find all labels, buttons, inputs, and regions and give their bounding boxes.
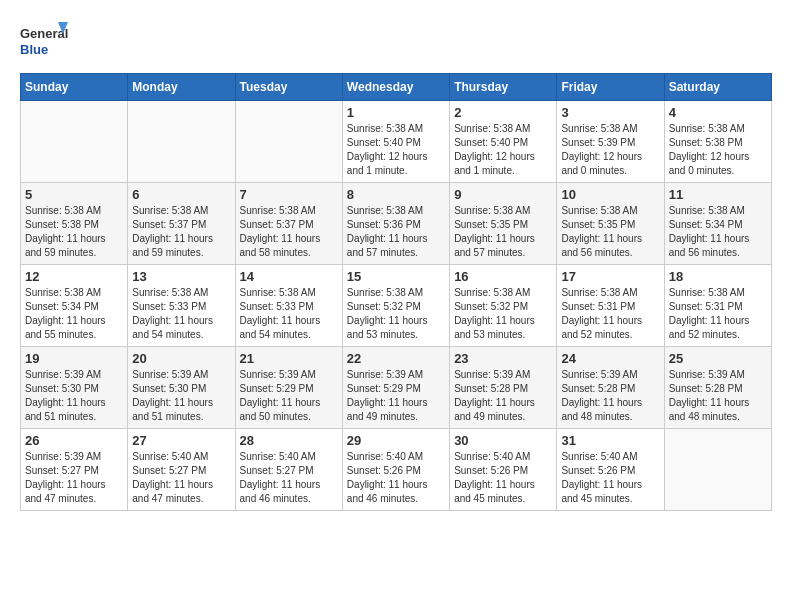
day-info: Sunrise: 5:39 AM Sunset: 5:27 PM Dayligh… (25, 450, 123, 506)
day-number: 11 (669, 187, 767, 202)
calendar-empty-cell (21, 101, 128, 183)
calendar-day-4: 4Sunrise: 5:38 AM Sunset: 5:38 PM Daylig… (664, 101, 771, 183)
weekday-header-sunday: Sunday (21, 74, 128, 101)
day-info: Sunrise: 5:40 AM Sunset: 5:26 PM Dayligh… (561, 450, 659, 506)
day-number: 15 (347, 269, 445, 284)
day-number: 8 (347, 187, 445, 202)
calendar-day-24: 24Sunrise: 5:39 AM Sunset: 5:28 PM Dayli… (557, 347, 664, 429)
calendar-day-19: 19Sunrise: 5:39 AM Sunset: 5:30 PM Dayli… (21, 347, 128, 429)
day-info: Sunrise: 5:38 AM Sunset: 5:33 PM Dayligh… (240, 286, 338, 342)
day-number: 22 (347, 351, 445, 366)
day-number: 6 (132, 187, 230, 202)
calendar-day-22: 22Sunrise: 5:39 AM Sunset: 5:29 PM Dayli… (342, 347, 449, 429)
day-number: 29 (347, 433, 445, 448)
day-number: 30 (454, 433, 552, 448)
calendar-day-28: 28Sunrise: 5:40 AM Sunset: 5:27 PM Dayli… (235, 429, 342, 511)
day-info: Sunrise: 5:38 AM Sunset: 5:34 PM Dayligh… (669, 204, 767, 260)
day-number: 26 (25, 433, 123, 448)
calendar-day-31: 31Sunrise: 5:40 AM Sunset: 5:26 PM Dayli… (557, 429, 664, 511)
calendar-day-16: 16Sunrise: 5:38 AM Sunset: 5:32 PM Dayli… (450, 265, 557, 347)
day-info: Sunrise: 5:38 AM Sunset: 5:37 PM Dayligh… (240, 204, 338, 260)
day-info: Sunrise: 5:38 AM Sunset: 5:32 PM Dayligh… (454, 286, 552, 342)
calendar-day-30: 30Sunrise: 5:40 AM Sunset: 5:26 PM Dayli… (450, 429, 557, 511)
day-number: 21 (240, 351, 338, 366)
day-info: Sunrise: 5:38 AM Sunset: 5:37 PM Dayligh… (132, 204, 230, 260)
day-info: Sunrise: 5:39 AM Sunset: 5:30 PM Dayligh… (25, 368, 123, 424)
day-number: 23 (454, 351, 552, 366)
calendar-day-13: 13Sunrise: 5:38 AM Sunset: 5:33 PM Dayli… (128, 265, 235, 347)
calendar-week-row: 1Sunrise: 5:38 AM Sunset: 5:40 PM Daylig… (21, 101, 772, 183)
day-number: 17 (561, 269, 659, 284)
calendar-day-25: 25Sunrise: 5:39 AM Sunset: 5:28 PM Dayli… (664, 347, 771, 429)
calendar-day-9: 9Sunrise: 5:38 AM Sunset: 5:35 PM Daylig… (450, 183, 557, 265)
calendar-day-14: 14Sunrise: 5:38 AM Sunset: 5:33 PM Dayli… (235, 265, 342, 347)
day-number: 24 (561, 351, 659, 366)
weekday-header-tuesday: Tuesday (235, 74, 342, 101)
day-number: 28 (240, 433, 338, 448)
day-info: Sunrise: 5:40 AM Sunset: 5:26 PM Dayligh… (347, 450, 445, 506)
day-info: Sunrise: 5:40 AM Sunset: 5:27 PM Dayligh… (240, 450, 338, 506)
day-info: Sunrise: 5:38 AM Sunset: 5:39 PM Dayligh… (561, 122, 659, 178)
calendar-day-10: 10Sunrise: 5:38 AM Sunset: 5:35 PM Dayli… (557, 183, 664, 265)
weekday-header-monday: Monday (128, 74, 235, 101)
day-number: 31 (561, 433, 659, 448)
day-info: Sunrise: 5:38 AM Sunset: 5:40 PM Dayligh… (347, 122, 445, 178)
calendar-day-5: 5Sunrise: 5:38 AM Sunset: 5:38 PM Daylig… (21, 183, 128, 265)
svg-text:Blue: Blue (20, 42, 48, 57)
day-info: Sunrise: 5:39 AM Sunset: 5:29 PM Dayligh… (240, 368, 338, 424)
day-info: Sunrise: 5:38 AM Sunset: 5:38 PM Dayligh… (669, 122, 767, 178)
calendar-day-18: 18Sunrise: 5:38 AM Sunset: 5:31 PM Dayli… (664, 265, 771, 347)
day-number: 19 (25, 351, 123, 366)
calendar-week-row: 12Sunrise: 5:38 AM Sunset: 5:34 PM Dayli… (21, 265, 772, 347)
weekday-header-thursday: Thursday (450, 74, 557, 101)
calendar-day-8: 8Sunrise: 5:38 AM Sunset: 5:36 PM Daylig… (342, 183, 449, 265)
day-info: Sunrise: 5:39 AM Sunset: 5:29 PM Dayligh… (347, 368, 445, 424)
day-info: Sunrise: 5:38 AM Sunset: 5:35 PM Dayligh… (561, 204, 659, 260)
day-number: 1 (347, 105, 445, 120)
day-info: Sunrise: 5:38 AM Sunset: 5:38 PM Dayligh… (25, 204, 123, 260)
day-info: Sunrise: 5:38 AM Sunset: 5:36 PM Dayligh… (347, 204, 445, 260)
day-info: Sunrise: 5:39 AM Sunset: 5:28 PM Dayligh… (561, 368, 659, 424)
calendar-day-11: 11Sunrise: 5:38 AM Sunset: 5:34 PM Dayli… (664, 183, 771, 265)
day-number: 5 (25, 187, 123, 202)
day-number: 14 (240, 269, 338, 284)
calendar-table: SundayMondayTuesdayWednesdayThursdayFrid… (20, 73, 772, 511)
calendar-day-29: 29Sunrise: 5:40 AM Sunset: 5:26 PM Dayli… (342, 429, 449, 511)
day-number: 12 (25, 269, 123, 284)
weekday-header-friday: Friday (557, 74, 664, 101)
day-number: 18 (669, 269, 767, 284)
calendar-day-15: 15Sunrise: 5:38 AM Sunset: 5:32 PM Dayli… (342, 265, 449, 347)
day-number: 3 (561, 105, 659, 120)
day-number: 20 (132, 351, 230, 366)
day-number: 13 (132, 269, 230, 284)
day-number: 27 (132, 433, 230, 448)
day-info: Sunrise: 5:38 AM Sunset: 5:31 PM Dayligh… (561, 286, 659, 342)
day-info: Sunrise: 5:38 AM Sunset: 5:31 PM Dayligh… (669, 286, 767, 342)
day-number: 16 (454, 269, 552, 284)
day-info: Sunrise: 5:39 AM Sunset: 5:28 PM Dayligh… (454, 368, 552, 424)
calendar-day-6: 6Sunrise: 5:38 AM Sunset: 5:37 PM Daylig… (128, 183, 235, 265)
weekday-header-wednesday: Wednesday (342, 74, 449, 101)
calendar-day-27: 27Sunrise: 5:40 AM Sunset: 5:27 PM Dayli… (128, 429, 235, 511)
day-info: Sunrise: 5:38 AM Sunset: 5:33 PM Dayligh… (132, 286, 230, 342)
day-number: 4 (669, 105, 767, 120)
calendar-week-row: 19Sunrise: 5:39 AM Sunset: 5:30 PM Dayli… (21, 347, 772, 429)
calendar-empty-cell (128, 101, 235, 183)
day-info: Sunrise: 5:38 AM Sunset: 5:35 PM Dayligh… (454, 204, 552, 260)
logo: GeneralBlue (20, 20, 70, 65)
calendar-day-20: 20Sunrise: 5:39 AM Sunset: 5:30 PM Dayli… (128, 347, 235, 429)
day-info: Sunrise: 5:39 AM Sunset: 5:30 PM Dayligh… (132, 368, 230, 424)
calendar-day-2: 2Sunrise: 5:38 AM Sunset: 5:40 PM Daylig… (450, 101, 557, 183)
calendar-week-row: 26Sunrise: 5:39 AM Sunset: 5:27 PM Dayli… (21, 429, 772, 511)
day-info: Sunrise: 5:38 AM Sunset: 5:40 PM Dayligh… (454, 122, 552, 178)
weekday-header-saturday: Saturday (664, 74, 771, 101)
page-header: GeneralBlue (20, 20, 772, 65)
day-info: Sunrise: 5:40 AM Sunset: 5:27 PM Dayligh… (132, 450, 230, 506)
weekday-header-row: SundayMondayTuesdayWednesdayThursdayFrid… (21, 74, 772, 101)
calendar-day-7: 7Sunrise: 5:38 AM Sunset: 5:37 PM Daylig… (235, 183, 342, 265)
calendar-day-3: 3Sunrise: 5:38 AM Sunset: 5:39 PM Daylig… (557, 101, 664, 183)
logo-icon: GeneralBlue (20, 20, 70, 65)
calendar-day-1: 1Sunrise: 5:38 AM Sunset: 5:40 PM Daylig… (342, 101, 449, 183)
day-info: Sunrise: 5:38 AM Sunset: 5:32 PM Dayligh… (347, 286, 445, 342)
day-number: 25 (669, 351, 767, 366)
